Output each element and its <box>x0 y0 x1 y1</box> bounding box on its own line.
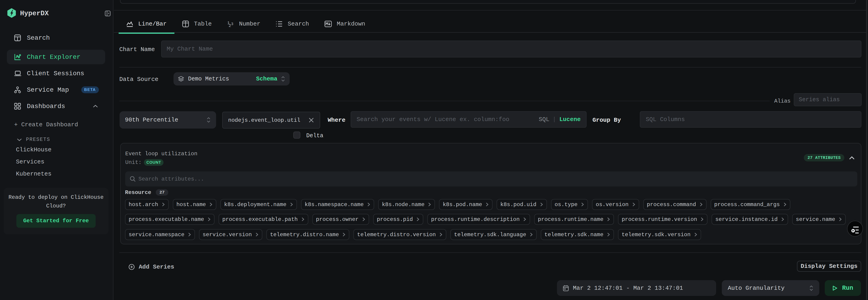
svg-text:3: 3 <box>231 22 234 26</box>
svg-text:2: 2 <box>228 24 231 27</box>
